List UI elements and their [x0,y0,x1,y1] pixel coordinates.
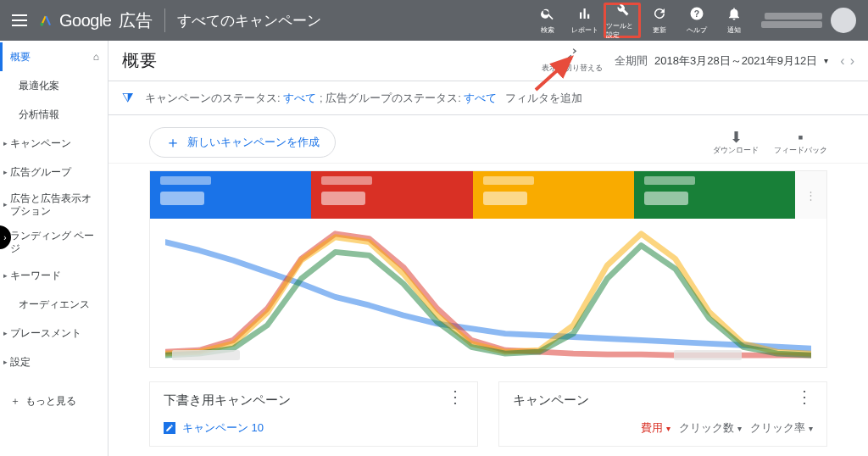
sidebar-item-settings[interactable]: ▸設定 [0,348,108,376]
sidebar-item-campaigns[interactable]: ▸キャンペーン [0,129,108,158]
feedback-icon: ▪ [798,130,803,145]
summary-chart-card: ⋮ [149,170,827,368]
download-button[interactable]: ⬇ダウンロード [713,130,759,156]
metric-clicks[interactable]: クリック数▾ [679,420,742,436]
content-header: 概要 表示を切り替える 全期間 2018年3月28日～2021年9月12日 ▾ … [108,41,868,81]
chart-tab-1[interactable] [150,171,311,219]
page-title: 概要 [122,49,158,72]
brand-name: Google [59,11,112,31]
sidebar-show-more[interactable]: ＋もっと見る [0,385,108,417]
chevron-down-icon: ▾ [666,424,670,433]
add-filter-button[interactable]: フィルタを追加 [505,91,582,106]
header-icon-bar: 検索 レポート ツールと設定 更新 ? ヘルプ 通知 [529,3,861,38]
sidebar-item-insights[interactable]: 分析情報 [0,100,108,129]
filter-summary[interactable]: キャンペーンのステータス: すべて ; 広告グループのステータス: すべて [145,91,497,106]
chevron-right-icon: ▸ [3,329,8,337]
refresh-icon[interactable]: 更新 [641,3,678,38]
chart-tab-2[interactable] [311,171,472,219]
avatar[interactable] [831,8,856,33]
metric-ctr[interactable]: クリック率▾ [750,420,813,436]
svg-point-0 [40,23,43,26]
date-range-value: 2018年3月28日～2021年9月12日 [654,53,817,69]
funnel-icon[interactable]: ⧩ [122,91,133,106]
date-range-picker[interactable]: 全期間 2018年3月28日～2021年9月12日 ▾ ‹ › [615,53,854,69]
home-icon: ⌂ [93,51,99,63]
more-icon: ⋮ [805,189,816,202]
chevron-down-icon: ▾ [824,56,828,65]
chevron-right-icon: ▸ [3,271,8,280]
chart-tab-add[interactable]: ⋮ [795,171,826,219]
hamburger-icon[interactable] [12,10,32,31]
campaigns-card: ⋮ キャンペーン 費用▾ クリック数▾ クリック率▾ [498,381,827,447]
date-prev-button[interactable]: ‹ [840,53,844,69]
chart-metric-tabs: ⋮ [150,171,826,219]
sidebar-item-landing-pages[interactable]: ▸ランディング ページ [0,224,108,261]
draft-campaign-link[interactable]: キャンペーン 10 [182,420,264,436]
account-info[interactable] [761,13,822,28]
sidebar-item-audiences[interactable]: オーディエンス [0,290,108,319]
sidebar-item-recommendations[interactable]: 最適化案 [0,71,108,100]
chevron-right-icon: ▸ [3,358,8,366]
card-title: キャンペーン [513,392,813,409]
sidebar-item-keywords[interactable]: ▸キーワード [0,261,108,290]
chevron-right-icon: ▸ [3,200,8,209]
app-header: Google 広告 すべてのキャンペーン 検索 レポート ツールと設定 更新 ?… [0,0,868,41]
chevron-right-icon: ▸ [3,139,8,147]
filter-bar: ⧩ キャンペーンのステータス: すべて ; 広告グループのステータス: すべて … [108,81,868,115]
sidebar-item-placements[interactable]: ▸プレースメント [0,319,108,348]
sidebar-item-ads-extensions[interactable]: ▸広告と広告表示オプション [0,186,108,224]
feedback-button[interactable]: ▪フィードバック [774,130,827,156]
sidebar-item-adgroups[interactable]: ▸広告グループ [0,158,108,186]
chevron-down-icon: ▾ [809,424,813,433]
draft-campaigns-card: ⋮ 下書き用キャンペーン キャンペーン 10 [149,381,478,447]
toggle-view-button[interactable]: 表示を切り替える [542,47,603,74]
date-next-button[interactable]: › [850,53,854,69]
chart-plot [150,219,826,367]
swap-icon [565,47,580,63]
sidebar: 概要 ⌂ 最適化案 分析情報 ▸キャンペーン ▸広告グループ ▸広告と広告表示オ… [0,41,108,456]
search-icon[interactable]: 検索 [529,3,566,38]
help-icon[interactable]: ? ヘルプ [678,3,715,38]
toolbar: ＋ 新しいキャンペーンを作成 ⬇ダウンロード ▪フィードバック [108,115,868,164]
new-campaign-button[interactable]: ＋ 新しいキャンペーンを作成 [149,127,336,158]
card-title: 下書き用キャンペーン [164,392,464,409]
header-title: すべてのキャンペーン [177,11,321,31]
card-menu-button[interactable]: ⋮ [796,392,813,401]
chevron-right-icon: ▸ [3,168,8,176]
chart-tab-4[interactable] [634,171,795,219]
header-divider [164,8,165,32]
reports-icon[interactable]: レポート [566,3,604,38]
plus-icon: ＋ [165,139,181,147]
notifications-icon[interactable]: 通知 [715,3,753,38]
date-range-label: 全期間 [615,53,648,69]
brand-sub: 広告 [119,9,153,32]
chevron-down-icon: ▾ [737,424,742,433]
sidebar-item-overview[interactable]: 概要 ⌂ [0,42,108,71]
plus-icon: ＋ [10,394,20,409]
brand-logo[interactable]: Google 広告 [39,9,153,32]
metric-cost[interactable]: 費用▾ [641,420,670,436]
svg-text:?: ? [694,8,699,19]
card-menu-button[interactable]: ⋮ [447,392,464,401]
download-icon: ⬇ [730,130,743,145]
ads-logo-icon [39,13,53,28]
tools-settings-icon[interactable]: ツールと設定 [604,3,641,38]
content-area: 概要 表示を切り替える 全期間 2018年3月28日～2021年9月12日 ▾ … [108,41,868,456]
pencil-icon [164,422,175,434]
chart-tab-3[interactable] [473,171,634,219]
